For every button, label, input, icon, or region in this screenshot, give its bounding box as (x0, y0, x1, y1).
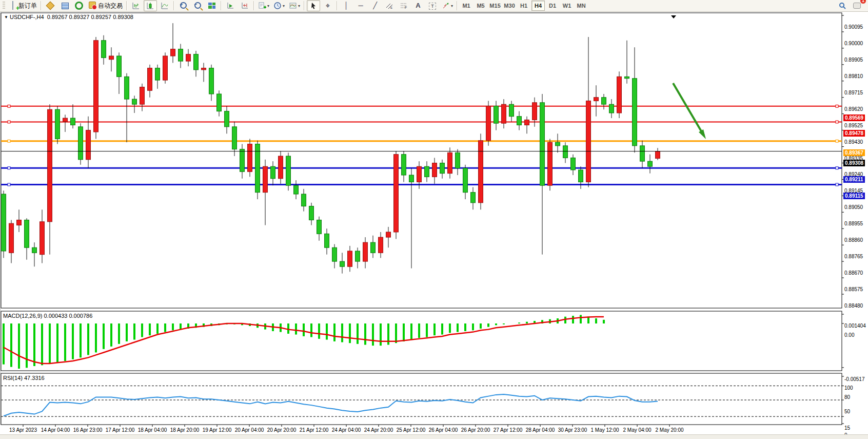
indicators-list-dropdown-icon[interactable]: ▾ (267, 4, 269, 8)
text-label-tool-icon: T (428, 2, 437, 10)
toolbar-separator (173, 1, 174, 10)
hline-support-2[interactable] (1, 183, 842, 186)
hline-resistance-2[interactable] (1, 121, 842, 123)
line-chart-mode-button[interactable] (158, 0, 171, 11)
periods-dropdown-icon[interactable]: ▾ (283, 4, 285, 8)
rsi-panel (1, 386, 842, 416)
date-tick-label: 26 Apr 20:00 (461, 427, 490, 433)
zoom-out-button[interactable]: − (191, 0, 204, 11)
timeframe-h4-button[interactable]: H4 (531, 1, 545, 11)
horizontal-line-tool-icon: ─ (357, 2, 365, 10)
price-tick-label: 0.88575 (844, 287, 863, 292)
chart-shift-marker[interactable] (671, 15, 676, 18)
search-button[interactable] (836, 0, 849, 11)
rsi-tick-label: 100 (844, 385, 853, 391)
arrows-tool-button[interactable]: ▾ (440, 0, 455, 11)
date-tick-label: 18 Apr 04:00 (138, 427, 167, 433)
zoom-in-button[interactable]: + (176, 0, 190, 11)
rsi-indicator-label: RSI(14) 47.3316 (3, 375, 45, 381)
text-tool-button[interactable]: A (411, 0, 425, 11)
arrows-tool-icon (442, 2, 450, 10)
date-tick-label: 27 Apr 12:00 (494, 427, 523, 433)
macd-main-value: 0.000433 (44, 313, 67, 319)
date-tick-label: 28 Apr 04:00 (526, 427, 555, 433)
horizontal-line-tool-button[interactable]: ─ (354, 0, 367, 11)
arrows-tool-dropdown-icon[interactable]: ▾ (451, 4, 453, 8)
date-tick-label: 24 Apr 20:00 (364, 427, 393, 433)
timeframe-w1-button[interactable]: W1 (560, 1, 574, 11)
templates-dropdown-icon[interactable]: ▾ (298, 4, 300, 8)
timeframe-m1-button[interactable]: M1 (460, 1, 473, 11)
price-tick-label: 0.89905 (844, 57, 863, 63)
date-tick-label: 20 Apr 04:00 (235, 427, 264, 433)
ohlc-high: 0.89327 (69, 14, 90, 20)
chart-symbol-period: USDCHF-,H4 (10, 14, 44, 20)
ohlc-low: 0.89257 (91, 14, 111, 20)
price-tick-label: 0.89715 (844, 90, 863, 96)
tile-windows-button[interactable] (205, 0, 219, 11)
trendline-tool-button[interactable]: ╱ (368, 0, 382, 11)
timeframe-d1-button[interactable]: D1 (546, 1, 559, 11)
hline-pivot-orange[interactable] (1, 140, 842, 142)
date-tick-label: 20 Apr 20:00 (267, 427, 297, 433)
date-tick-label: 16 Apr 23:00 (73, 427, 103, 433)
toolbar-right-group: 1 (835, 0, 864, 11)
data-window-button[interactable] (58, 0, 71, 11)
auto-scroll-icon (226, 2, 234, 10)
market-watch-button[interactable] (44, 0, 57, 11)
auto-scroll-button[interactable] (224, 0, 237, 11)
price-tick-label: 0.88860 (844, 237, 863, 243)
chart-title: ▼ USDCHF-,H4 0.89267 0.89327 0.89257 0.8… (4, 14, 133, 20)
text-tool-icon: A (414, 2, 422, 10)
chart-title-collapse-icon[interactable]: ▼ (4, 15, 8, 20)
search-icon (838, 2, 846, 10)
chart-canvas[interactable] (0, 12, 868, 435)
auto-trading-button[interactable]: 自动交易 (87, 0, 124, 11)
fibonacci-tool-icon: F (400, 2, 408, 10)
date-tick-label: 24 Apr 04:00 (332, 427, 361, 433)
date-tick-label: 1 May 12:00 (590, 427, 619, 433)
sell-signal-arrow[interactable] (673, 83, 706, 139)
cursor-tool-button[interactable] (307, 0, 320, 11)
hline-resistance-1[interactable] (1, 105, 842, 107)
timeframe-m15-button[interactable]: M15 (488, 1, 502, 11)
rsi-tick-label: 15 (844, 425, 850, 431)
price-tick-label: 0.89050 (844, 204, 863, 210)
price-tick-label: 0.89525 (844, 123, 863, 128)
candlestick-mode-button[interactable] (144, 0, 157, 11)
data-window-icon (61, 2, 69, 10)
community-chat-badge: 1 (860, 0, 866, 4)
tile-windows-icon (208, 2, 216, 10)
new-order-label: 新订单 (18, 2, 37, 10)
price-tick-label: 0.89810 (844, 73, 863, 79)
ohlc-close: 0.89308 (113, 14, 133, 20)
price-tag-support-2: 0.89115 (843, 193, 865, 199)
date-tick-label: 13 Apr 2023 (9, 427, 37, 433)
new-order-button[interactable]: 新订单 (7, 0, 38, 11)
chart-window[interactable]: ▼ USDCHF-,H4 0.89267 0.89327 0.89257 0.8… (0, 12, 868, 435)
ohlc-open: 0.89267 (47, 14, 68, 20)
periods-button[interactable]: ▾ (272, 0, 286, 11)
chart-shift-icon (241, 2, 249, 10)
toolbar-grip (3, 2, 5, 10)
community-chat-button[interactable]: 1 (850, 0, 863, 11)
timeframe-mn-button[interactable]: MN (575, 1, 588, 11)
vertical-line-tool-button[interactable]: │ (340, 0, 353, 11)
timeframe-m30-button[interactable]: M30 (503, 1, 516, 11)
timeframe-h1-button[interactable]: H1 (517, 1, 530, 11)
text-label-tool-button[interactable]: T (426, 0, 439, 11)
auto-trading-label: 自动交易 (98, 2, 123, 10)
fibonacci-tool-button[interactable]: F (397, 0, 410, 11)
signals-button[interactable] (72, 0, 86, 11)
timeframe-m5-button[interactable]: M5 (474, 1, 487, 11)
equidistant-channel-tool-button[interactable]: E (383, 0, 396, 11)
indicators-list-button[interactable]: ▾ (257, 0, 271, 11)
price-tick-label: 0.90095 (844, 24, 863, 30)
bar-chart-mode-button[interactable] (129, 0, 143, 11)
candlestick-mode-icon (146, 2, 154, 10)
templates-button[interactable]: ▾ (287, 0, 302, 11)
price-tick-label: 0.88955 (844, 221, 863, 226)
crosshair-tool-button[interactable]: ⌖ (321, 0, 334, 11)
chart-shift-button[interactable] (238, 0, 251, 11)
rsi-name: RSI(14) (3, 375, 23, 381)
